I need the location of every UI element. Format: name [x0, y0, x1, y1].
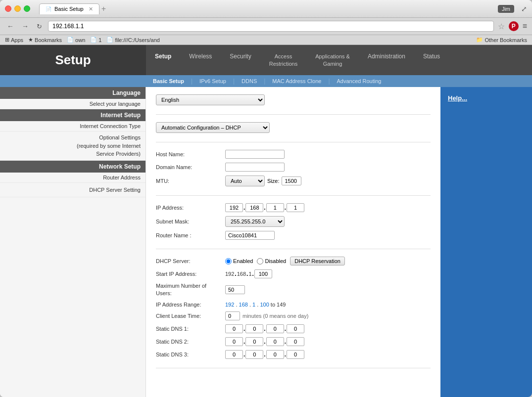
dns3-octet-1[interactable]: [225, 350, 243, 359]
start-ip-octet-4[interactable]: [254, 269, 272, 278]
lease-time-label: Client Lease Time:: [156, 313, 225, 319]
bookmark-star-bm-icon: ★: [28, 37, 33, 43]
active-tab[interactable]: 📄 Basic Setup ✕: [39, 3, 99, 14]
apps-label: Apps: [11, 37, 23, 43]
bookmarks-label: Bookmarks: [35, 37, 62, 43]
new-tab-button[interactable]: +: [101, 4, 106, 13]
own-bookmark[interactable]: 📄 own: [67, 37, 85, 43]
ip-octet-1[interactable]: [225, 203, 243, 212]
dhcp-reservation-button[interactable]: DHCP Reservation: [290, 257, 345, 265]
sidebar-item-dhcp: DHCP Server Setting: [0, 183, 145, 197]
main-content: English Spanish French Automatic Configu…: [146, 87, 440, 397]
dns3-octet-4[interactable]: [287, 350, 304, 359]
sidebar: Language Select your language Internet S…: [0, 87, 146, 397]
dns1-octet-2[interactable]: [245, 324, 263, 333]
subnav-ddns[interactable]: DDNS: [235, 75, 264, 87]
bookmark-star-icon[interactable]: ☆: [498, 22, 505, 31]
router-brand: Setup: [0, 45, 146, 75]
dns1-octet-3[interactable]: [266, 324, 284, 333]
close-button[interactable]: [5, 5, 11, 12]
subnav-mac[interactable]: MAC Address Clone: [265, 75, 328, 87]
apps-bookmark[interactable]: ⊞ Apps: [5, 37, 23, 43]
dns3-octet-2[interactable]: [245, 350, 263, 359]
file-bookmark[interactable]: 📄 file:///C:/Users/and: [106, 37, 159, 43]
dns2-octet-1[interactable]: [225, 337, 243, 346]
mtu-row: MTU: Auto Manual Size:: [156, 176, 431, 186]
maximize-button[interactable]: [24, 5, 30, 12]
start-ip-static-1: 192: [225, 271, 234, 277]
sidebar-item-optional: Optional Settings(required by some Inter…: [0, 132, 145, 161]
pinterest-icon[interactable]: P: [509, 21, 519, 31]
menu-button[interactable]: ≡: [523, 22, 527, 31]
page-content: Setup Setup Wireless Security AccessRest…: [0, 45, 532, 397]
dns2-octet-4[interactable]: [287, 337, 304, 346]
help-link[interactable]: Help...: [440, 87, 532, 109]
subnav-ipv6[interactable]: IPv6 Setup: [193, 75, 233, 87]
user-badge: Jim: [498, 5, 514, 13]
dhcp-enabled-radio[interactable]: [225, 258, 232, 265]
dns1-octet-1[interactable]: [225, 324, 243, 333]
domain-name-input[interactable]: [225, 163, 285, 172]
dhcp-disabled-label[interactable]: Disabled: [257, 258, 286, 265]
ip-dot-2: .: [264, 204, 265, 211]
ip-octet-2[interactable]: [245, 203, 263, 212]
start-ip-label: Start IP Address:: [156, 271, 225, 277]
nav-status[interactable]: Status: [414, 46, 449, 74]
forward-button[interactable]: →: [20, 21, 31, 31]
nav-setup[interactable]: Setup: [146, 46, 180, 74]
start-ip-static-3: 1: [248, 271, 251, 277]
mtu-select[interactable]: Auto Manual: [225, 176, 265, 186]
language-select[interactable]: English Spanish French: [156, 94, 265, 105]
dhcp-section: DHCP Server: Enabled Disabled DHCP Reser…: [156, 257, 431, 368]
lease-time-input[interactable]: [225, 311, 240, 320]
dns3-octet-3[interactable]: [266, 350, 284, 359]
size-label: Size:: [267, 178, 279, 184]
connection-section: Automatic Configuration – DHCP Static IP…: [156, 122, 431, 142]
fullscreen-button[interactable]: ⤢: [521, 5, 527, 13]
dns2-row: Static DNS 2: . . .: [156, 337, 431, 346]
tab-bar: 📄 Basic Setup ✕ +: [39, 3, 494, 14]
dns2-octet-3[interactable]: [266, 337, 284, 346]
minimize-button[interactable]: [14, 5, 21, 12]
max-users-input[interactable]: [225, 285, 245, 294]
subnet-row: Subnet Mask: 255.255.255.0 255.255.0.0 2…: [156, 216, 431, 227]
sidebar-item-router-address: Router Address: [0, 173, 145, 183]
dns1-octet-4[interactable]: [287, 324, 304, 333]
ip-octet-4[interactable]: [287, 203, 304, 212]
optional-section: Host Name: Domain Name: MTU: Auto Manual: [156, 150, 431, 196]
sidebar-item-language: Select your language: [0, 99, 145, 109]
sidebar-section-network: Network Setup: [0, 161, 145, 173]
router-name-input[interactable]: [225, 231, 275, 240]
ip-octet-3[interactable]: [266, 203, 284, 212]
nav-apps[interactable]: Applications &Gaming: [306, 46, 359, 74]
browser-window: 📄 Basic Setup ✕ + Jim ⤢ ← → ↻ ☆ P ≡ ⊞ Ap…: [0, 0, 532, 397]
mtu-size-input[interactable]: [282, 176, 301, 185]
dhcp-server-row: DHCP Server: Enabled Disabled DHCP Reser…: [156, 257, 431, 265]
dhcp-disabled-radio[interactable]: [257, 258, 263, 265]
connection-type-select[interactable]: Automatic Configuration – DHCP Static IP…: [156, 122, 270, 133]
num-bookmark[interactable]: 📄 1: [90, 37, 101, 43]
reload-button[interactable]: ↻: [35, 22, 44, 31]
nav-wireless[interactable]: Wireless: [180, 46, 221, 74]
host-name-input[interactable]: [225, 150, 285, 159]
url-input[interactable]: [48, 21, 494, 32]
ip-range-value: 192 . 168 . 1 . 100 to 149: [225, 302, 286, 308]
start-ip-static-2: 168: [237, 271, 246, 277]
nav-admin[interactable]: Administration: [359, 46, 414, 74]
other-bookmarks[interactable]: 📁 Other Bookmarks: [476, 37, 527, 43]
subnet-select[interactable]: 255.255.255.0 255.255.0.0 255.0.0.0: [225, 216, 285, 227]
router-name-row: Router Name :: [156, 231, 431, 240]
start-dot-2: .: [246, 270, 248, 277]
nav-security[interactable]: Security: [221, 46, 260, 74]
main-nav: Setup Wireless Security AccessRestrictio…: [146, 46, 532, 74]
tab-close-button[interactable]: ✕: [89, 6, 93, 12]
subnav-basic[interactable]: Basic Setup: [146, 75, 191, 87]
dns2-octet-2[interactable]: [245, 337, 263, 346]
nav-access[interactable]: AccessRestrictions: [260, 46, 306, 74]
max-users-label: Maximum Number ofUsers:: [156, 282, 225, 298]
back-button[interactable]: ←: [5, 21, 16, 31]
subnav-advanced[interactable]: Advanced Routing: [330, 75, 388, 87]
bookmarks-bookmark[interactable]: ★ Bookmarks: [28, 37, 62, 43]
router-name-label: Router Name :: [156, 232, 225, 238]
dhcp-enabled-label[interactable]: Enabled: [225, 258, 253, 265]
